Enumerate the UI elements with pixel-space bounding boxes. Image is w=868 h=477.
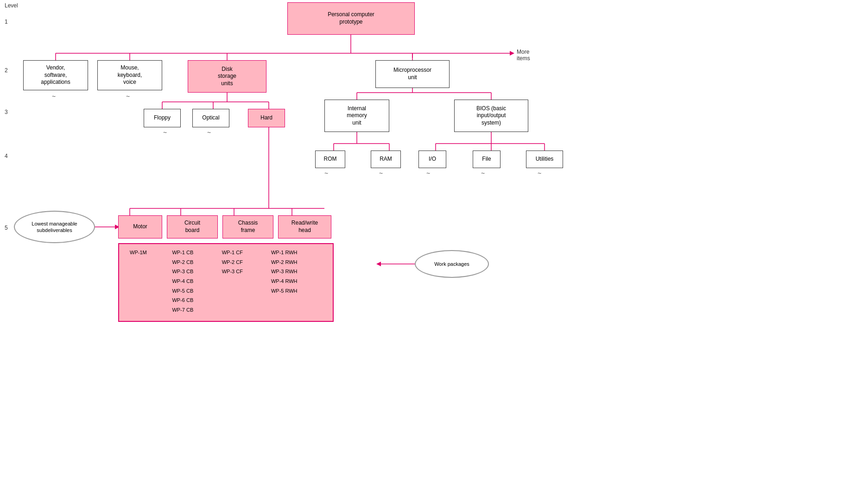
level-2-label: 2 — [5, 67, 8, 74]
microprocessor-node: Microprocessorunit — [375, 60, 450, 88]
svg-marker-37 — [376, 262, 381, 266]
chassis-frame-node: Chassisframe — [222, 215, 273, 238]
level-5-label: 5 — [5, 225, 8, 231]
vendor-node: Vendor,software,applications — [23, 60, 88, 90]
lowest-manageable-ellipse: Lowest manageablesubdeliverables — [14, 211, 95, 243]
tilde-io: ~ — [426, 169, 430, 177]
io-node: I/O — [418, 151, 446, 168]
work-packages-box: WP-1M WP-1 CB WP-1 CF WP-1 RWH WP-2 CB W… — [118, 243, 334, 322]
level-3-label: 3 — [5, 109, 8, 115]
motor-node: Motor — [118, 215, 162, 238]
tilde-vendor: ~ — [52, 93, 56, 100]
work-packages-ellipse: Work packages — [415, 250, 489, 278]
diagram-container: Level 1 2 3 4 5 Personal computerprototy… — [0, 0, 868, 477]
floppy-node: Floppy — [144, 109, 181, 127]
read-write-node: Read/writehead — [278, 215, 331, 238]
circuit-board-node: Circuitboard — [167, 215, 218, 238]
level-1-label: 1 — [5, 19, 8, 25]
bios-node: BIOS (basicinput/outputsystem) — [454, 100, 528, 132]
tilde-file: ~ — [481, 169, 485, 177]
level-heading: Level — [5, 2, 18, 9]
utilities-node: Utilities — [526, 151, 563, 168]
ram-node: RAM — [371, 151, 401, 168]
rom-node: ROM — [315, 151, 345, 168]
disk-node: Diskstorageunits — [188, 60, 266, 93]
level-4-label: 4 — [5, 153, 8, 159]
svg-marker-3 — [510, 51, 514, 56]
mouse-node: Mouse,keyboard,voice — [97, 60, 162, 90]
root-node: Personal computerprototype — [287, 2, 415, 35]
optical-node: Optical — [192, 109, 229, 127]
tilde-mouse: ~ — [126, 93, 130, 100]
tilde-rom: ~ — [324, 169, 328, 177]
hard-node: Hard — [248, 109, 285, 127]
more-items-label: Moreitems — [517, 49, 530, 62]
tilde-floppy: ~ — [163, 129, 167, 136]
tilde-utilities: ~ — [538, 169, 541, 177]
tilde-optical: ~ — [207, 129, 211, 136]
file-node: File — [473, 151, 501, 168]
tilde-ram: ~ — [379, 169, 383, 177]
internal-memory-node: Internalmemoryunit — [324, 100, 389, 132]
